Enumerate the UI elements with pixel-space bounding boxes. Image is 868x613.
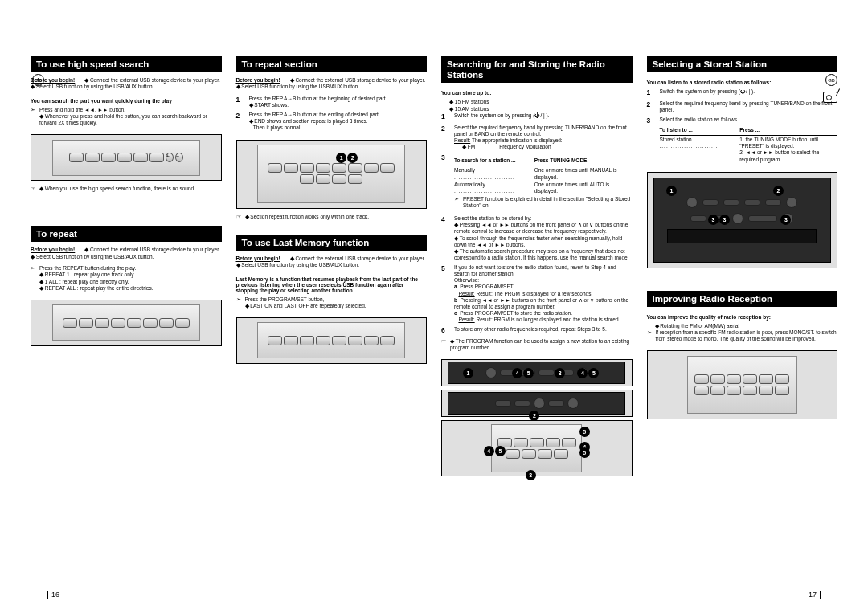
rs-step1: 1 Press the REP.A↔B button at the beginn…	[236, 96, 428, 108]
sec-search-store-title: Searching for and Storing the Radio Stat…	[441, 56, 633, 83]
imp-bullet: ◆ Rotating the FM or AM(MW) aerial	[647, 323, 838, 329]
lang-badge-right: GB	[825, 74, 837, 86]
ss-front-image-1: 1 4 5 3 4 5	[441, 359, 633, 386]
page-number-right: 17	[809, 591, 821, 599]
sel-step3: 3 Select the radio station as follows. T…	[647, 116, 838, 164]
rs-before: Before you begin! Connect the external U…	[236, 77, 428, 91]
ss-remote-image: 5 4 5 4 5 3	[441, 420, 633, 476]
sec-select-stored-title: Selecting a Stored Station	[647, 56, 838, 72]
column-4: Selecting a Stored Station You can liste…	[647, 56, 838, 589]
ss-step3: 3 To search for a station ... Press TUNI…	[441, 153, 633, 212]
rpt-remote-image	[31, 300, 222, 346]
radio-icon	[823, 92, 837, 103]
rs-step2: 2 Press the REP.A↔B button at the ending…	[236, 112, 428, 131]
hs-hand: ☞ ◆ When you use the high speed search f…	[31, 186, 222, 192]
lm-before: Before you begin! Connect the external U…	[236, 255, 428, 269]
sel-step1: 1 Switch the system on by pressing (⏻/ |…	[647, 88, 838, 97]
ss-step4: 4 Select the station to be stored by: ◆ …	[441, 215, 633, 261]
ss-step2: 2 Select the required frequency band by …	[441, 125, 633, 151]
page-number-left: 16	[47, 591, 59, 599]
rs-hand: ☞ ◆ Section repeat function works only w…	[236, 214, 428, 220]
sel-device-image: 1 2 3 3 3	[647, 172, 838, 268]
page-spread: To use high speed search Before you begi…	[31, 56, 837, 589]
sel-bold: You can listen to a stored radio station…	[647, 80, 838, 85]
imp-bold: You can improve the quality of radio rec…	[647, 314, 838, 320]
store-upto: You can store up to:	[441, 90, 633, 96]
store-list: ◆ 15 FM stations ◆ 15 AM stations	[441, 99, 633, 112]
ss-step5: 5 If you do not want to store the radio …	[441, 264, 633, 323]
sec-last-memory-title: To use Last Memory function	[236, 235, 428, 251]
hs-remote-image: +−	[31, 134, 222, 181]
sec-high-speed-title: To use high speed search	[31, 56, 222, 72]
column-1: To use high speed search Before you begi…	[31, 56, 222, 589]
rpt-before: Before you begin! Connect the external U…	[31, 247, 222, 260]
hs-step: ➣ Press and hold the ◄◄, ►► button. ◆ Wh…	[31, 107, 222, 126]
hs-bold: You can search the part you want quickly…	[31, 98, 222, 104]
sec-repeat-title: To repeat	[31, 226, 222, 242]
column-3: Searching for and Storing the Radio Stat…	[441, 56, 633, 589]
imp-remote-image	[647, 350, 838, 419]
ss-hand: ☞ ◆ The PROGRAM function can be used to …	[441, 338, 633, 351]
rs-remote-image: 1 2	[236, 140, 428, 209]
column-2: To repeat section Before you begin! Conn…	[236, 56, 428, 589]
lm-blurb: Last Memory is a function that resumes p…	[236, 276, 428, 293]
sec-repeat-section-title: To repeat section	[236, 56, 428, 72]
sec-improve-title: Improving Radio Reception	[647, 291, 838, 307]
lm-step: ➣ Press the PROGRAM/SET button, ◆ LAST O…	[236, 296, 428, 309]
sel-step2: 2 Select the required frequency band by …	[647, 100, 838, 113]
lang-badge-left: GB	[32, 74, 44, 86]
hs-before: Before you begin! Connect the external U…	[31, 77, 222, 91]
ss-step6: 6 To store any other radio frequencies r…	[441, 326, 633, 335]
ss-front-image-2: 2	[441, 390, 633, 417]
lm-remote-image	[236, 317, 428, 364]
rpt-step: ➣ Press the REPEAT button during the pla…	[31, 265, 222, 292]
ss-step1: 1 Switch the system on by pressing (⏻/ |…	[441, 112, 633, 121]
imp-pointer: ➣ If reception from a specific FM radio …	[647, 329, 838, 342]
